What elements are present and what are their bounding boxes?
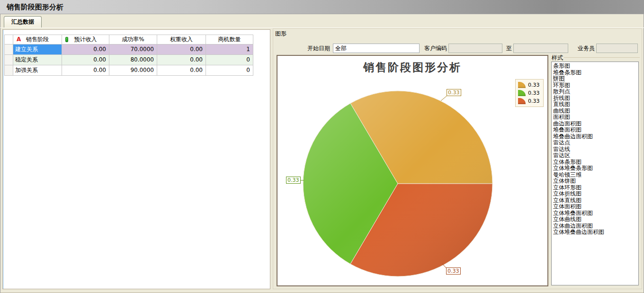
pie-chart bbox=[277, 56, 547, 285]
column-header-success-rate[interactable]: 成功率% bbox=[109, 35, 157, 44]
style-option[interactable]: 雷达区 bbox=[553, 152, 570, 159]
pie-slice-label: 0.33 bbox=[446, 267, 461, 275]
success-rate-cell[interactable]: 70.0000 bbox=[109, 44, 157, 55]
style-option[interactable]: 立体堆叠条形图 bbox=[553, 165, 593, 172]
opportunities-cell[interactable]: 1 bbox=[206, 44, 253, 55]
style-option[interactable]: 散列点 bbox=[553, 89, 570, 95]
style-option[interactable]: 立体环形图 bbox=[553, 185, 581, 191]
column-header-stage[interactable]: A 销售阶段 bbox=[13, 35, 62, 44]
style-option[interactable]: 环形图 bbox=[553, 82, 570, 89]
customer-code-label: 客户编码 bbox=[416, 44, 447, 53]
style-option[interactable]: 立体面积图 bbox=[553, 204, 581, 210]
tab-strip-divider bbox=[0, 27, 644, 28]
style-group-label: 样式 bbox=[552, 54, 563, 62]
style-option[interactable]: 直线图 bbox=[553, 101, 570, 108]
style-option[interactable]: 立体曲线图 bbox=[553, 216, 581, 223]
style-option[interactable]: 堆叠条形图 bbox=[553, 70, 581, 76]
style-option[interactable]: 立体直线图 bbox=[553, 197, 581, 204]
expected-income-cell[interactable]: 0.00 bbox=[62, 65, 109, 76]
style-group-line bbox=[564, 57, 640, 58]
weighted-income-cell[interactable]: 0.00 bbox=[157, 55, 206, 65]
summary-table: A 销售阶段 预计收入 成功率% 权重收入 商机数量 建立关系 0.00 70.… bbox=[4, 35, 253, 76]
chart-box: 销售阶段图形分析 0.33 0.33 0.33 0.33 0.33 0.33 bbox=[277, 55, 548, 286]
opportunities-cell[interactable]: 0 bbox=[206, 65, 253, 76]
success-rate-cell[interactable]: 90.0000 bbox=[109, 65, 157, 76]
chart-legend: 0.33 0.33 0.33 bbox=[515, 79, 544, 107]
style-option[interactable]: 曲线图 bbox=[553, 108, 570, 115]
salesman-label: 业务员 bbox=[573, 44, 595, 53]
legend-swatch-icon bbox=[518, 90, 526, 96]
customer-code-input[interactable] bbox=[448, 44, 502, 53]
row-indicator[interactable] bbox=[5, 55, 13, 65]
summary-panel: A 销售阶段 预计收入 成功率% 权重收入 商机数量 建立关系 0.00 70.… bbox=[2, 29, 270, 289]
window-title: 销售阶段图形分析 bbox=[7, 0, 63, 14]
style-option[interactable]: 折线图 bbox=[553, 95, 570, 102]
stage-cell[interactable]: 稳定关系 bbox=[13, 55, 62, 65]
column-header-opportunities[interactable]: 商机数量 bbox=[206, 35, 253, 44]
row-indicator-header bbox=[5, 35, 13, 44]
start-date-label: 开始日期 bbox=[297, 44, 330, 53]
style-option[interactable]: 饼图 bbox=[553, 76, 564, 82]
callout-line bbox=[441, 96, 447, 101]
style-option[interactable]: 曲边面积图 bbox=[553, 121, 581, 127]
legend-swatch-icon bbox=[518, 98, 526, 104]
table-row[interactable]: 建立关系 0.00 70.0000 0.00 1 bbox=[5, 44, 253, 55]
graph-panel: 图形 开始日期 客户编码 至 业务员 销售阶段图形分析 0.33 bbox=[273, 28, 642, 289]
style-option[interactable]: 条形图 bbox=[553, 63, 570, 70]
style-option[interactable]: 堆叠曲边面积图 bbox=[553, 133, 593, 140]
title-bar: 销售阶段图形分析 bbox=[0, 0, 644, 14]
table-row[interactable]: 加强关系 0.00 90.0000 0.00 0 bbox=[5, 65, 253, 76]
start-date-input[interactable] bbox=[333, 44, 420, 53]
to-input[interactable] bbox=[513, 44, 568, 53]
expected-income-cell[interactable]: 0.00 bbox=[62, 44, 109, 55]
style-option[interactable]: 面积图 bbox=[553, 114, 570, 121]
row-indicator[interactable] bbox=[5, 65, 13, 76]
to-label: 至 bbox=[503, 44, 512, 53]
style-option[interactable]: 立体条形图 bbox=[553, 159, 581, 166]
table-row[interactable]: 稳定关系 0.00 80.0000 0.00 0 bbox=[5, 55, 253, 65]
table-header-row: A 销售阶段 预计收入 成功率% 权重收入 商机数量 bbox=[5, 35, 253, 44]
pie-shading-overlay bbox=[303, 91, 492, 276]
salesman-input[interactable] bbox=[596, 44, 638, 53]
graph-panel-label: 图形 bbox=[275, 30, 286, 38]
chart-title: 销售阶段图形分析 bbox=[277, 60, 547, 75]
tab-summary-data[interactable]: 汇总数据 bbox=[4, 16, 42, 27]
legend-entry: 0.33 bbox=[518, 89, 543, 97]
column-header-expected-income[interactable]: 预计收入 bbox=[62, 35, 109, 44]
green-bar-icon bbox=[65, 37, 68, 42]
opportunities-cell[interactable]: 0 bbox=[206, 55, 253, 65]
expected-income-cell[interactable]: 0.00 bbox=[62, 55, 109, 65]
legend-entry: 0.33 bbox=[518, 81, 543, 89]
sort-letter-icon: A bbox=[17, 35, 21, 44]
pie-slice-label: 0.33 bbox=[447, 89, 461, 96]
weighted-income-cell[interactable]: 0.00 bbox=[157, 65, 206, 76]
tab-strip: 汇总数据 bbox=[0, 14, 644, 27]
weighted-income-cell[interactable]: 0.00 bbox=[157, 44, 206, 55]
legend-swatch-icon bbox=[518, 82, 526, 88]
style-option[interactable]: 立体堆叠曲边面积图 bbox=[553, 229, 604, 236]
style-option[interactable]: 堆叠面积图 bbox=[553, 127, 581, 133]
column-header-weighted-income[interactable]: 权重收入 bbox=[157, 35, 206, 44]
style-list[interactable]: 条形图堆叠条形图饼图环形图散列点折线图直线图曲线图面积图曲边面积图堆叠面积图堆叠… bbox=[551, 62, 639, 285]
style-option[interactable]: 立体饼图 bbox=[553, 178, 576, 185]
success-rate-cell[interactable]: 80.0000 bbox=[109, 55, 157, 65]
stage-cell[interactable]: 加强关系 bbox=[13, 65, 62, 76]
stage-cell[interactable]: 建立关系 bbox=[13, 44, 62, 55]
row-indicator[interactable] bbox=[5, 44, 13, 55]
style-option[interactable]: 雷达点 bbox=[553, 140, 570, 146]
legend-entry: 0.33 bbox=[518, 97, 543, 105]
style-option[interactable]: 曼哈顿三维 bbox=[553, 172, 581, 178]
style-option[interactable]: 立体曲边面积图 bbox=[553, 223, 593, 230]
pie-slice-label: 0.33 bbox=[286, 177, 301, 184]
style-option[interactable]: 立体折线图 bbox=[553, 191, 581, 197]
style-option[interactable]: 雷达线 bbox=[553, 146, 570, 153]
style-option[interactable]: 立体堆叠面积图 bbox=[553, 210, 593, 217]
